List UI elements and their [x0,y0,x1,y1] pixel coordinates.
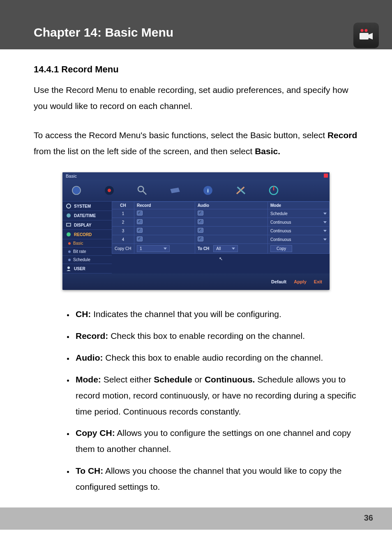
to-ch-label: To CH [198,246,210,251]
copy-btn-cell: Copy [268,244,330,254]
cell-mode[interactable]: Continuous [268,218,330,227]
sidebar-label: Basic [73,241,83,246]
cell-record [134,209,195,218]
bullet-icon [68,242,71,245]
mode-value: Continuous [270,229,291,233]
audio-checkbox[interactable] [198,211,203,215]
term: Copy CH: [76,428,115,438]
exit-button[interactable]: Exit [314,279,322,284]
copy-row: Copy CH 1 To CHAll Copy [112,244,330,254]
record-checkbox[interactable] [137,236,143,241]
table-row: 1Schedule [112,209,330,218]
svg-point-16 [67,213,71,218]
sidebar-item-datetime[interactable]: DATE/TIME [62,211,112,220]
term: Mode: [76,375,101,384]
mode-value: Continuous [270,220,291,225]
page-header: Chapter 14: Basic Menu [0,0,392,49]
sidebar-label: Schedule [73,257,90,262]
sidebar-item-user[interactable]: USER [62,264,112,273]
text-bold: Schedule [154,375,192,384]
copy-ch-cell: 1 [134,244,195,254]
cell-audio [195,235,267,244]
cell-record [134,218,195,227]
record-checkbox[interactable] [137,219,143,224]
tools-icon[interactable] [233,183,249,198]
sidebar-label: Bit rate [73,249,86,254]
chevron-down-icon [323,221,327,223]
table-header-row: CH Record Audio Mode [112,202,330,209]
chevron-down-icon [323,239,327,241]
svg-text:i: i [207,188,209,194]
dvr-top-icon-row: i [62,180,330,202]
apply-button[interactable]: Apply [294,279,307,284]
svg-point-7 [138,186,143,192]
cell-audio [195,209,267,218]
power-icon[interactable] [265,183,282,198]
cell-mode[interactable]: Schedule [268,209,330,218]
mode-value: Continuous [270,237,291,242]
sidebar-label: USER [74,266,85,271]
svg-point-2 [361,29,364,32]
cell-ch: 4 [112,235,134,244]
text: from the list on the left side of the sc… [34,146,255,156]
text: Select either [101,375,154,384]
cell-record [134,227,195,235]
text: or [192,375,205,384]
monitor-icon [66,222,71,228]
text-bold: Continuous. [205,375,255,384]
term: Record: [76,331,108,341]
svg-rect-0 [360,33,369,39]
search-icon[interactable] [134,183,150,198]
dvr-footer: Default Apply Exit [62,273,330,290]
settings-icon[interactable] [68,183,85,198]
table-row: 2Continuous [112,218,330,227]
cell-mode[interactable]: Continuous [268,235,330,244]
definition: Allows you choose the channel that you w… [76,466,341,491]
sidebar-label: RECORD [74,232,92,237]
copy-ch-label: Copy CH [112,244,134,254]
window-title-label: Basic [66,174,77,178]
svg-rect-17 [67,223,71,226]
page-footer: 36 [0,507,392,530]
info-icon[interactable]: i [200,183,216,198]
sidebar-sub-schedule[interactable]: Schedule [62,256,112,264]
copy-ch-select[interactable]: 1 [137,245,170,252]
text: To access the Record Menu's basic functi… [34,130,327,140]
section-heading: 14.4.1 Record Menu [34,64,358,75]
record-checkbox[interactable] [137,228,143,233]
sidebar-item-system[interactable]: SYSTEM [62,202,112,211]
to-ch-select[interactable]: All [213,245,238,252]
svg-point-18 [67,232,71,236]
sidebar-item-record[interactable]: RECORD [62,230,112,239]
col-mode: Mode [268,202,330,209]
sidebar-sub-basic[interactable]: Basic [62,239,112,248]
record-icon[interactable] [101,183,118,198]
cell-ch: 1 [112,209,134,218]
select-value: All [216,246,221,251]
bullet-icon [68,250,71,253]
sidebar-item-display[interactable]: DISPLAY [62,220,112,230]
cell-ch: 2 [112,218,134,227]
disk-icon[interactable] [167,183,183,198]
dvr-window-title: Basic [62,172,330,180]
cell-audio [195,227,267,235]
close-icon[interactable] [324,174,328,178]
list-item: Record: Check this box to enable recordi… [74,328,358,344]
text-bold: Basic. [255,146,280,156]
svg-point-19 [67,266,70,269]
sidebar-sub-bitrate[interactable]: Bit rate [62,248,112,256]
cell-ch: 3 [112,227,134,235]
copy-button[interactable]: Copy [270,245,292,252]
definition: Allows you to configure the settings on … [76,428,351,454]
svg-point-15 [67,204,71,208]
term: To CH: [76,466,103,475]
cell-mode[interactable]: Continuous [268,227,330,235]
audio-checkbox[interactable] [198,236,203,241]
sidebar-label: DATE/TIME [74,213,96,218]
default-button[interactable]: Default [271,279,286,284]
audio-checkbox[interactable] [198,219,203,224]
embedded-screenshot: Basic i SYSTEM DATE/TIME DISPL [34,172,358,290]
audio-checkbox[interactable] [198,228,203,233]
record-checkbox[interactable] [137,211,143,215]
table-row: 4Continuous [112,235,330,244]
